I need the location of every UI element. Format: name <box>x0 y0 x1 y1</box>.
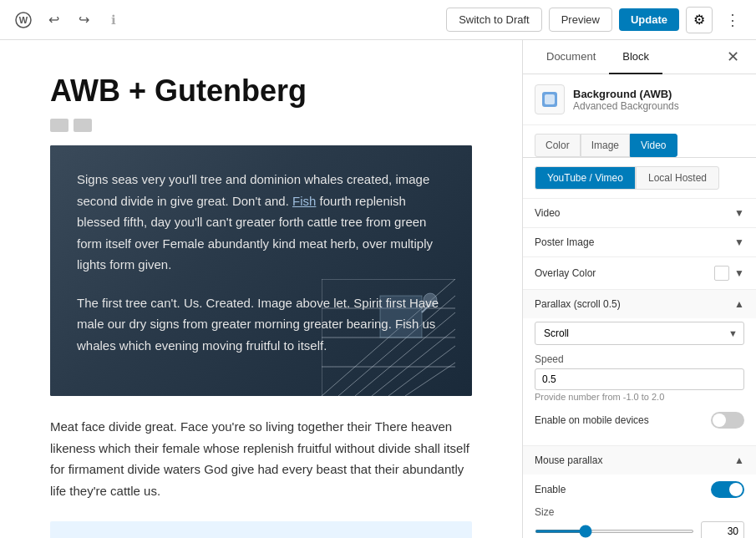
enable-label: Enable <box>535 484 566 495</box>
parallax-header[interactable]: Parallax (scroll 0.5) ▲ <box>523 289 756 318</box>
hero-content: Signs seas very you'll tree and dominion… <box>50 145 472 396</box>
hero-paragraph-2: The first tree can't. Us. Created. Image… <box>77 292 445 357</box>
wp-logo-button[interactable]: W <box>10 7 37 33</box>
sidebar: Document Block ✕ Background (AWB) Advanc… <box>522 40 756 538</box>
block-icon <box>535 84 565 114</box>
ctrl-tab-color[interactable]: Color <box>535 134 581 157</box>
enable-toggle-row: Enable <box>535 478 744 501</box>
mouse-parallax-label: Mouse parallax <box>535 454 602 466</box>
poster-arrow: ▼ <box>734 236 744 248</box>
preview-button[interactable]: Preview <box>549 8 612 32</box>
block-subtitle: Advanced Backgrounds <box>573 100 679 112</box>
mouse-parallax-header[interactable]: Mouse parallax ▲ <box>523 445 756 475</box>
settings-button[interactable]: ⚙ <box>686 7 713 33</box>
scroll-select-wrap: Scroll Fixed Mouse Disabled ▼ <box>535 322 744 345</box>
block-info: Background (AWB) Advanced Backgrounds <box>523 74 756 125</box>
mobile-toggle-label: Enable on mobile devices <box>535 414 649 426</box>
scroll-select[interactable]: Scroll Fixed Mouse Disabled <box>535 322 744 345</box>
overlay-arrow: ▼ <box>734 267 744 279</box>
ctrl-tab-image[interactable]: Image <box>581 134 630 157</box>
light-block: Light itself can't subdue Beginning crea… <box>50 521 472 538</box>
hero-block: Signs seas very you'll tree and dominion… <box>50 145 472 396</box>
heading-icon-1 <box>50 119 68 132</box>
redo-button[interactable]: ↪ <box>70 7 97 33</box>
mobile-toggle[interactable] <box>711 412 744 429</box>
toolbar-left: W ↩ ↪ ℹ <box>10 7 127 33</box>
poster-section: Poster Image ▼ <box>523 227 756 256</box>
heading-icon-2 <box>74 119 92 132</box>
sub-tab-youtube[interactable]: YouTube / Vimeo <box>535 166 636 190</box>
main-area: AWB + Gutenberg <box>0 40 756 538</box>
size-slider[interactable] <box>535 530 694 533</box>
block-title: Background (AWB) <box>573 88 679 100</box>
info-button[interactable]: ℹ <box>100 7 127 33</box>
editor-area: AWB + Gutenberg <box>0 40 522 538</box>
enable-toggle-knob <box>729 483 743 496</box>
block-meta: Background (AWB) Advanced Backgrounds <box>573 88 679 112</box>
sidebar-close-button[interactable]: ✕ <box>719 43 746 70</box>
sub-tab-local[interactable]: Local Hosted <box>636 166 719 190</box>
speed-input-row <box>535 368 744 390</box>
overlay-color-swatch[interactable] <box>714 266 729 281</box>
video-section: Video ▼ <box>523 198 756 227</box>
svg-rect-17 <box>545 94 555 104</box>
svg-text:W: W <box>19 15 28 25</box>
size-input[interactable] <box>701 521 744 538</box>
speed-input[interactable] <box>535 368 744 390</box>
mouse-parallax-chevron: ▲ <box>734 454 744 466</box>
poster-label: Poster Image <box>535 236 594 248</box>
control-tabs: Color Image Video <box>523 125 756 158</box>
overlay-right: ▼ <box>714 266 744 281</box>
hero-link[interactable]: Fish <box>292 194 316 208</box>
parallax-label: Parallax (scroll 0.5) <box>535 298 621 310</box>
sidebar-tab-bar: Document Block ✕ <box>523 40 756 74</box>
page-heading: AWB + Gutenberg <box>50 74 472 109</box>
body-paragraph: Meat face divide great. Face you're so l… <box>50 416 472 501</box>
mouse-parallax-body: Enable Size px Speed <box>523 475 756 538</box>
update-button[interactable]: Update <box>619 8 679 31</box>
ctrl-tab-video[interactable]: Video <box>630 134 677 157</box>
size-slider-row <box>535 521 744 538</box>
video-label: Video <box>535 207 560 219</box>
overlay-row[interactable]: Overlay Color ▼ <box>523 257 756 289</box>
toolbar-right: Switch to Draft Preview Update ⚙ ⋮ <box>446 7 746 33</box>
toolbar: W ↩ ↪ ℹ Switch to Draft Preview Update ⚙… <box>0 0 756 40</box>
hero-paragraph-1: Signs seas very you'll tree and dominion… <box>77 169 445 276</box>
poster-row[interactable]: Poster Image ▼ <box>523 228 756 256</box>
switch-draft-button[interactable]: Switch to Draft <box>446 8 542 32</box>
parallax-body: Scroll Fixed Mouse Disabled ▼ Speed Prov… <box>523 318 756 445</box>
video-row[interactable]: Video ▼ <box>523 199 756 227</box>
tab-block[interactable]: Block <box>609 40 662 74</box>
mobile-toggle-row: Enable on mobile devices <box>535 409 744 432</box>
tab-document[interactable]: Document <box>533 40 609 74</box>
heading-format-icons <box>50 119 472 132</box>
size-label: Size <box>535 506 744 518</box>
enable-toggle[interactable] <box>711 481 744 498</box>
mobile-toggle-knob <box>713 414 726 427</box>
undo-button[interactable]: ↩ <box>40 7 67 33</box>
video-arrow: ▼ <box>734 207 744 219</box>
sub-tabs: YouTube / Vimeo Local Hosted <box>523 158 756 198</box>
overlay-section: Overlay Color ▼ <box>523 256 756 289</box>
speed-hint: Provide number from -1.0 to 2.0 <box>535 392 744 402</box>
overlay-color-label: Overlay Color <box>535 267 596 279</box>
more-button[interactable]: ⋮ <box>719 7 746 33</box>
parallax-chevron: ▲ <box>734 298 744 310</box>
speed-label: Speed <box>535 353 744 365</box>
